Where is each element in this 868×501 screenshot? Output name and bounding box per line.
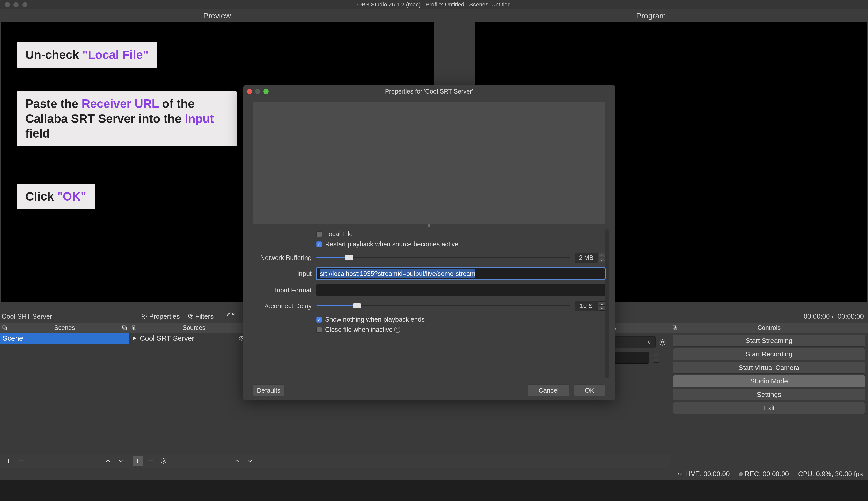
window-title: OBS Studio 26.1.2 (mac) - Profile: Untit…: [0, 1, 868, 8]
sources-toolbar: [129, 454, 259, 468]
help-icon[interactable]: ?: [394, 327, 400, 333]
reconnect-delay-slider[interactable]: [316, 305, 570, 307]
network-buffering-label: Network Buffering: [253, 254, 311, 262]
zoom-icon[interactable]: [22, 2, 28, 7]
settings-button[interactable]: [158, 456, 169, 466]
reconnect-delay-stepper[interactable]: ▴▾: [599, 301, 605, 311]
chevron-up-icon: [105, 458, 111, 464]
scenes-toolbar: [0, 454, 129, 468]
selected-source-name: Cool SRT Server: [2, 312, 133, 320]
minus-icon: [18, 458, 25, 464]
add-button[interactable]: [3, 456, 13, 466]
annotation-2: Paste the Receiver URL of the Callaba SR…: [17, 91, 237, 146]
studio-mode-button[interactable]: Studio Mode: [673, 375, 865, 387]
remove-button[interactable]: [16, 456, 26, 466]
move-up-button[interactable]: [103, 456, 113, 466]
start-recording-button[interactable]: Start Recording: [673, 348, 865, 360]
restart-playback-label: Restart playback when source becomes act…: [325, 241, 459, 248]
sources-list[interactable]: Cool SRT Server: [129, 333, 259, 454]
close-inactive-checkbox[interactable]: Close file when inactive ?: [316, 326, 400, 333]
minimize-icon[interactable]: [13, 2, 19, 7]
dialog-title: Properties for 'Cool SRT Server': [243, 88, 615, 95]
start-virtual-camera-button[interactable]: Start Virtual Camera: [673, 362, 865, 374]
network-buffering-slider[interactable]: [316, 257, 570, 259]
dialog-preview: [253, 102, 605, 224]
gear-icon: [141, 313, 147, 319]
refresh-button[interactable]: [227, 312, 235, 321]
scene-item[interactable]: Scene: [0, 333, 129, 344]
popout-icon[interactable]: [672, 325, 678, 330]
checkbox-icon: [316, 317, 322, 322]
panel-controls: Controls Start Streaming Start Recording…: [670, 323, 868, 468]
program-time: 00:00:00 / -00:00:00: [804, 312, 866, 320]
program-label: Program: [434, 9, 868, 22]
gear-icon[interactable]: [659, 338, 667, 346]
svg-point-7: [241, 338, 243, 339]
network-buffering-value[interactable]: 2 MB: [574, 253, 598, 263]
source-label: Cool SRT Server: [140, 334, 236, 342]
duration-stepper[interactable]: [653, 353, 659, 363]
scenes-list[interactable]: Scene: [0, 333, 129, 454]
dialog-body: Local File Restart playback when source …: [243, 227, 615, 381]
popout-icon[interactable]: [122, 325, 127, 330]
filters-icon: [188, 313, 194, 319]
defaults-button[interactable]: Defaults: [253, 384, 284, 396]
popout-icon[interactable]: [2, 325, 7, 330]
status-cpu: CPU: 0.9%, 30.00 fps: [798, 470, 863, 478]
annotation-highlight: Receiver URL: [81, 97, 158, 110]
panel-title: Controls: [758, 324, 781, 331]
annotation-1: Un-check "Local File": [17, 42, 157, 67]
input-format-field[interactable]: [316, 284, 605, 296]
preview-program-row: Preview Program: [0, 9, 868, 22]
network-buffering-stepper[interactable]: ▴▾: [599, 253, 605, 263]
minus-icon: [147, 458, 154, 464]
plus-icon: [134, 458, 141, 464]
start-streaming-button[interactable]: Start Streaming: [673, 335, 865, 347]
cancel-button[interactable]: Cancel: [528, 384, 569, 396]
ok-button[interactable]: OK: [574, 384, 605, 396]
input-value: srt://localhost:1935?streamid=output/liv…: [320, 269, 475, 278]
show-nothing-checkbox[interactable]: Show nothing when playback ends: [316, 316, 425, 323]
panel-title: Scenes: [54, 324, 75, 331]
local-file-checkbox[interactable]: Local File: [316, 230, 353, 238]
play-icon: [132, 336, 137, 341]
panel-sources: Sources Cool SRT Server: [129, 323, 259, 468]
exit-button[interactable]: Exit: [673, 402, 865, 414]
mixer-toolbar: [259, 454, 512, 468]
slider-handle[interactable]: [353, 303, 361, 308]
panel-title: Sources: [183, 324, 205, 331]
status-rec: REC: 00:00:00: [739, 470, 789, 478]
move-up-button[interactable]: [232, 456, 242, 466]
remove-button[interactable]: [145, 456, 156, 466]
checkbox-icon: [316, 242, 322, 247]
close-icon[interactable]: [5, 2, 10, 7]
settings-button[interactable]: Settings: [673, 388, 865, 401]
reconnect-delay-value[interactable]: 10 S: [574, 301, 598, 311]
local-file-label: Local File: [325, 230, 353, 238]
dialog-splitter[interactable]: [243, 224, 615, 227]
source-item[interactable]: Cool SRT Server: [129, 333, 259, 344]
popout-icon[interactable]: [131, 325, 136, 330]
move-down-button[interactable]: [245, 456, 255, 466]
gear-icon: [160, 458, 167, 464]
move-down-button[interactable]: [116, 456, 126, 466]
show-nothing-label: Show nothing when playback ends: [325, 316, 425, 323]
checkbox-icon: [316, 327, 322, 333]
statusbar: LIVE: 00:00:00 REC: 00:00:00 CPU: 0.9%, …: [0, 468, 868, 480]
filters-button[interactable]: Filters: [188, 312, 214, 320]
window-traffic-lights: [5, 2, 28, 7]
controls-body: Start Streaming Start Recording Start Vi…: [670, 333, 868, 468]
input-field[interactable]: srt://localhost:1935?streamid=output/liv…: [316, 268, 605, 279]
annotation-highlight: "OK": [57, 190, 86, 203]
reconnect-delay-label: Reconnect Delay: [253, 302, 311, 310]
properties-button[interactable]: Properties: [141, 312, 180, 320]
panel-header-scenes: Scenes: [0, 323, 129, 333]
transition-toolbar: [513, 454, 670, 468]
annotation-highlight: "Local File": [82, 48, 149, 61]
preview-label: Preview: [0, 9, 434, 22]
restart-playback-checkbox[interactable]: Restart playback when source becomes act…: [316, 241, 459, 248]
slider-handle[interactable]: [345, 255, 353, 260]
annotation-3: Click "OK": [17, 184, 95, 209]
titlebar: OBS Studio 26.1.2 (mac) - Profile: Untit…: [0, 0, 868, 9]
add-button[interactable]: [132, 456, 143, 466]
